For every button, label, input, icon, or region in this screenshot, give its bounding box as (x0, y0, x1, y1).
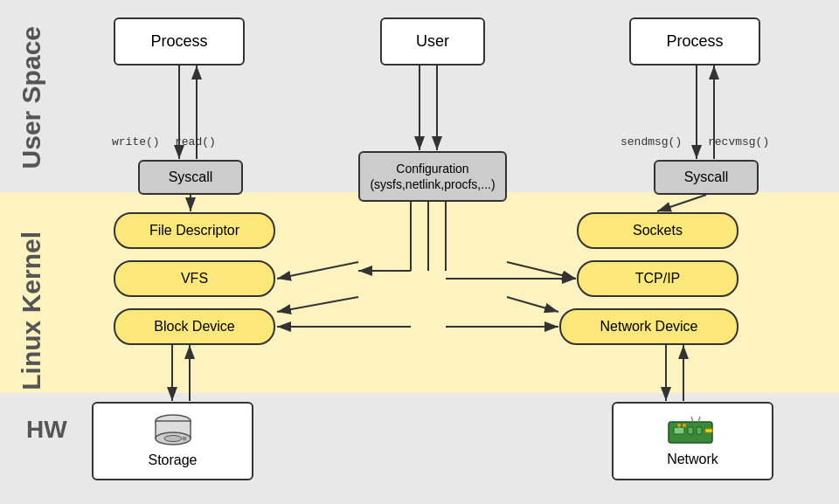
network-hw-box: Network (612, 402, 773, 480)
svg-point-4 (182, 437, 186, 441)
configuration-box: Configuration (sysfs,netlink,procfs,...) (358, 151, 507, 202)
user-space-label: User Space (16, 26, 47, 169)
user-center-box: User (380, 17, 485, 66)
sendmsg-annotation: sendmsg() (621, 135, 682, 148)
svg-point-11 (683, 424, 686, 427)
block-device-box: Block Device (114, 308, 275, 345)
svg-rect-7 (688, 427, 693, 434)
syscall-left-box: Syscall (138, 160, 243, 195)
svg-rect-9 (705, 429, 712, 432)
svg-line-13 (698, 417, 700, 422)
storage-icon (151, 414, 195, 449)
svg-point-3 (164, 436, 182, 442)
file-descriptor-box: File Descriptor (114, 212, 275, 249)
process-left-box: Process (114, 17, 245, 66)
svg-rect-8 (697, 427, 702, 434)
vfs-box: VFS (114, 260, 275, 297)
read-annotation: read() (175, 135, 216, 148)
storage-box: Storage (92, 402, 253, 480)
svg-point-10 (677, 424, 681, 427)
svg-rect-6 (674, 427, 684, 434)
tcp-ip-box: TCP/IP (577, 260, 738, 297)
svg-line-12 (691, 417, 693, 422)
diagram-container: User Space Linux Kernel HW Process Proce… (0, 0, 839, 504)
network-device-box: Network Device (559, 308, 738, 345)
write-annotation: write() (112, 135, 160, 148)
process-right-box: Process (629, 17, 760, 66)
kernel-label: Linux Kernel (16, 231, 47, 390)
network-icon (667, 415, 719, 448)
sockets-box: Sockets (577, 212, 738, 249)
recvmsg-annotation: recvmsg() (708, 135, 769, 148)
hw-label: HW (26, 415, 67, 445)
syscall-right-box: Syscall (654, 160, 759, 195)
